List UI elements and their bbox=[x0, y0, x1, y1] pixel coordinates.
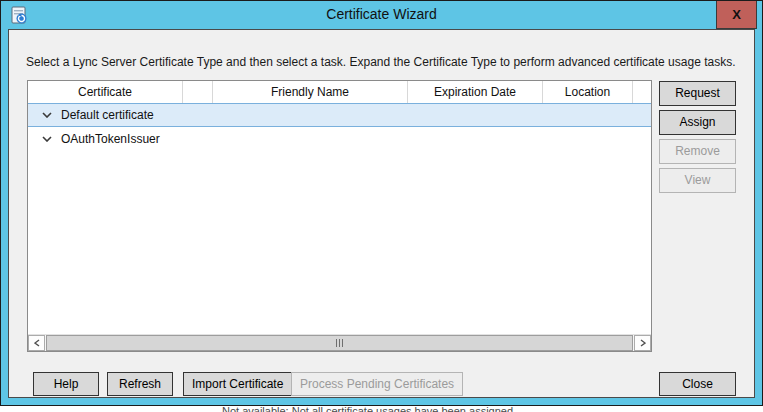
window-title: Certificate Wizard bbox=[1, 6, 762, 22]
column-header-friendly-name[interactable]: Friendly Name bbox=[213, 81, 408, 103]
underlying-window-strip: Not available: Not all certificate usage… bbox=[0, 406, 763, 412]
horizontal-scrollbar[interactable] bbox=[28, 334, 651, 351]
help-button[interactable]: Help bbox=[33, 372, 99, 396]
certificate-wizard-window: Certificate Wizard X Select a Lync Serve… bbox=[0, 0, 763, 406]
list-header: Certificate Friendly Name Expiration Dat… bbox=[28, 81, 651, 103]
underlying-status-text: Not available: Not all certificate usage… bbox=[222, 406, 516, 412]
assign-button[interactable]: Assign bbox=[659, 110, 736, 135]
scroll-right-arrow[interactable] bbox=[634, 335, 651, 351]
column-header-expiration[interactable]: Expiration Date bbox=[408, 81, 543, 103]
screen: Not available: Not all certificate usage… bbox=[0, 0, 763, 412]
instruction-text: Select a Lync Server Certificate Type an… bbox=[26, 55, 741, 69]
list-row-default-certificate[interactable]: Default certificate bbox=[28, 103, 651, 127]
column-header-blank[interactable] bbox=[183, 81, 213, 103]
row-label: Default certificate bbox=[61, 108, 154, 122]
remove-button[interactable]: Remove bbox=[659, 139, 736, 164]
chevron-down-icon[interactable] bbox=[42, 136, 52, 142]
dialog-content: Select a Lync Server Certificate Type an… bbox=[8, 29, 755, 398]
row-label: OAuthTokenIssuer bbox=[61, 132, 160, 146]
view-button[interactable]: View bbox=[659, 168, 736, 193]
titlebar[interactable]: Certificate Wizard X bbox=[1, 1, 762, 29]
import-certificate-button[interactable]: Import Certificate bbox=[183, 372, 292, 396]
close-window-button[interactable]: X bbox=[716, 1, 757, 29]
column-header-certificate[interactable]: Certificate bbox=[28, 81, 183, 103]
column-header-stub bbox=[633, 81, 651, 103]
request-button[interactable]: Request bbox=[659, 81, 736, 106]
refresh-button[interactable]: Refresh bbox=[107, 372, 173, 396]
scrollbar-grip-icon bbox=[336, 339, 343, 347]
chevron-down-icon[interactable] bbox=[42, 112, 52, 118]
scroll-left-arrow[interactable] bbox=[28, 335, 45, 351]
close-button[interactable]: Close bbox=[659, 372, 736, 396]
process-pending-certificates-button[interactable]: Process Pending Certificates bbox=[291, 372, 463, 396]
list-row-oauthtokenissuer[interactable]: OAuthTokenIssuer bbox=[28, 127, 651, 151]
column-header-location[interactable]: Location bbox=[543, 81, 633, 103]
scrollbar-thumb[interactable] bbox=[46, 335, 633, 351]
certificate-list[interactable]: Certificate Friendly Name Expiration Dat… bbox=[27, 80, 652, 352]
